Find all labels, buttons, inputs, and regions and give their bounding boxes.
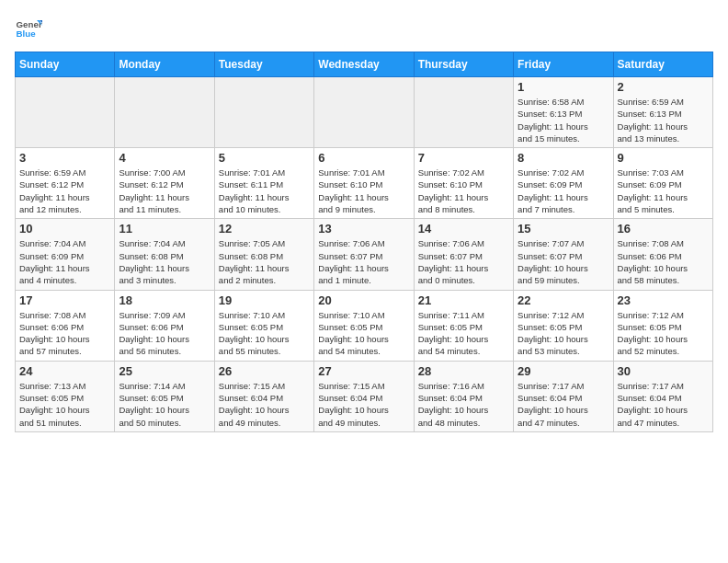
calendar-cell: 4Sunrise: 7:00 AM Sunset: 6:12 PM Daylig… [115, 148, 214, 219]
day-info: Sunrise: 7:16 AM Sunset: 6:04 PM Dayligh… [418, 380, 509, 429]
calendar-cell: 17Sunrise: 7:08 AM Sunset: 6:06 PM Dayli… [16, 290, 115, 361]
calendar-week-row: 3Sunrise: 6:59 AM Sunset: 6:12 PM Daylig… [16, 148, 713, 219]
calendar-table: SundayMondayTuesdayWednesdayThursdayFrid… [15, 52, 713, 432]
day-number: 26 [219, 364, 310, 378]
calendar-cell: 29Sunrise: 7:17 AM Sunset: 6:04 PM Dayli… [514, 361, 613, 431]
day-number: 27 [318, 364, 409, 378]
calendar-cell: 1Sunrise: 6:58 AM Sunset: 6:13 PM Daylig… [514, 77, 613, 148]
day-info: Sunrise: 6:58 AM Sunset: 6:13 PM Dayligh… [518, 96, 609, 144]
day-info: Sunrise: 7:04 AM Sunset: 6:09 PM Dayligh… [19, 237, 110, 286]
day-info: Sunrise: 7:01 AM Sunset: 6:11 PM Dayligh… [219, 167, 310, 215]
day-number: 1 [518, 80, 609, 94]
day-info: Sunrise: 7:15 AM Sunset: 6:04 PM Dayligh… [219, 380, 310, 429]
day-number: 10 [19, 222, 110, 236]
calendar-cell: 5Sunrise: 7:01 AM Sunset: 6:11 PM Daylig… [214, 148, 313, 219]
day-number: 4 [119, 151, 210, 165]
calendar-cell: 15Sunrise: 7:07 AM Sunset: 6:07 PM Dayli… [514, 219, 613, 290]
day-number: 21 [418, 293, 509, 307]
calendar-cell: 2Sunrise: 6:59 AM Sunset: 6:13 PM Daylig… [613, 77, 712, 148]
day-number: 12 [219, 222, 310, 236]
day-number: 5 [219, 151, 310, 165]
header: General Blue [15, 15, 713, 42]
day-info: Sunrise: 6:59 AM Sunset: 6:12 PM Dayligh… [19, 167, 110, 215]
calendar-cell: 26Sunrise: 7:15 AM Sunset: 6:04 PM Dayli… [214, 361, 313, 431]
day-info: Sunrise: 7:12 AM Sunset: 6:05 PM Dayligh… [618, 309, 709, 358]
day-info: Sunrise: 7:02 AM Sunset: 6:10 PM Dayligh… [418, 167, 509, 215]
calendar-cell: 11Sunrise: 7:04 AM Sunset: 6:08 PM Dayli… [115, 219, 214, 290]
day-number: 16 [618, 222, 709, 236]
weekday-header-thursday: Thursday [414, 52, 513, 77]
day-info: Sunrise: 7:12 AM Sunset: 6:05 PM Dayligh… [518, 309, 609, 358]
weekday-header-tuesday: Tuesday [214, 52, 313, 77]
calendar-cell: 6Sunrise: 7:01 AM Sunset: 6:10 PM Daylig… [314, 148, 414, 219]
calendar-cell: 13Sunrise: 7:06 AM Sunset: 6:07 PM Dayli… [314, 219, 414, 290]
calendar-cell: 18Sunrise: 7:09 AM Sunset: 6:06 PM Dayli… [115, 290, 214, 361]
logo-icon: General Blue [15, 15, 42, 42]
calendar-cell: 8Sunrise: 7:02 AM Sunset: 6:09 PM Daylig… [514, 148, 613, 219]
day-number: 18 [119, 293, 210, 307]
day-number: 9 [618, 151, 709, 165]
day-number: 28 [418, 364, 509, 378]
day-info: Sunrise: 7:14 AM Sunset: 6:05 PM Dayligh… [119, 380, 210, 429]
day-info: Sunrise: 7:11 AM Sunset: 6:05 PM Dayligh… [418, 309, 509, 358]
day-info: Sunrise: 7:17 AM Sunset: 6:04 PM Dayligh… [618, 380, 709, 429]
calendar-cell: 30Sunrise: 7:17 AM Sunset: 6:04 PM Dayli… [613, 361, 712, 431]
day-number: 19 [219, 293, 310, 307]
day-info: Sunrise: 7:10 AM Sunset: 6:05 PM Dayligh… [318, 309, 409, 358]
day-number: 13 [318, 222, 409, 236]
weekday-header-monday: Monday [115, 52, 214, 77]
calendar-cell: 19Sunrise: 7:10 AM Sunset: 6:05 PM Dayli… [214, 290, 313, 361]
calendar-cell: 3Sunrise: 6:59 AM Sunset: 6:12 PM Daylig… [16, 148, 115, 219]
day-info: Sunrise: 7:17 AM Sunset: 6:04 PM Dayligh… [518, 380, 609, 429]
day-info: Sunrise: 7:15 AM Sunset: 6:04 PM Dayligh… [318, 380, 409, 429]
calendar-week-row: 17Sunrise: 7:08 AM Sunset: 6:06 PM Dayli… [16, 290, 713, 361]
calendar-week-row: 10Sunrise: 7:04 AM Sunset: 6:09 PM Dayli… [16, 219, 713, 290]
day-number: 15 [518, 222, 609, 236]
day-number: 3 [19, 151, 110, 165]
calendar-cell [16, 77, 115, 148]
calendar-cell: 12Sunrise: 7:05 AM Sunset: 6:08 PM Dayli… [214, 219, 313, 290]
calendar-cell: 20Sunrise: 7:10 AM Sunset: 6:05 PM Dayli… [314, 290, 414, 361]
weekday-header-saturday: Saturday [613, 52, 712, 77]
day-number: 24 [19, 364, 110, 378]
day-number: 23 [618, 293, 709, 307]
day-info: Sunrise: 7:13 AM Sunset: 6:05 PM Dayligh… [19, 380, 110, 429]
day-number: 22 [518, 293, 609, 307]
day-info: Sunrise: 7:01 AM Sunset: 6:10 PM Dayligh… [318, 167, 409, 215]
day-info: Sunrise: 7:06 AM Sunset: 6:07 PM Dayligh… [318, 237, 409, 286]
weekday-header-row: SundayMondayTuesdayWednesdayThursdayFrid… [16, 52, 713, 77]
calendar-cell [214, 77, 313, 148]
weekday-header-wednesday: Wednesday [314, 52, 414, 77]
day-info: Sunrise: 6:59 AM Sunset: 6:13 PM Dayligh… [618, 96, 709, 144]
calendar-cell: 22Sunrise: 7:12 AM Sunset: 6:05 PM Dayli… [514, 290, 613, 361]
day-number: 29 [518, 364, 609, 378]
day-number: 2 [618, 80, 709, 94]
weekday-header-friday: Friday [514, 52, 613, 77]
day-info: Sunrise: 7:08 AM Sunset: 6:06 PM Dayligh… [618, 237, 709, 286]
calendar-cell: 10Sunrise: 7:04 AM Sunset: 6:09 PM Dayli… [16, 219, 115, 290]
weekday-header-sunday: Sunday [16, 52, 115, 77]
calendar-cell: 23Sunrise: 7:12 AM Sunset: 6:05 PM Dayli… [613, 290, 712, 361]
day-info: Sunrise: 7:03 AM Sunset: 6:09 PM Dayligh… [618, 167, 709, 215]
day-number: 25 [119, 364, 210, 378]
day-number: 17 [19, 293, 110, 307]
day-info: Sunrise: 7:04 AM Sunset: 6:08 PM Dayligh… [119, 237, 210, 286]
calendar-cell: 9Sunrise: 7:03 AM Sunset: 6:09 PM Daylig… [613, 148, 712, 219]
day-number: 14 [418, 222, 509, 236]
calendar-cell: 16Sunrise: 7:08 AM Sunset: 6:06 PM Dayli… [613, 219, 712, 290]
day-number: 6 [318, 151, 409, 165]
day-info: Sunrise: 7:05 AM Sunset: 6:08 PM Dayligh… [219, 237, 310, 286]
day-info: Sunrise: 7:08 AM Sunset: 6:06 PM Dayligh… [19, 309, 110, 358]
calendar-cell: 25Sunrise: 7:14 AM Sunset: 6:05 PM Dayli… [115, 361, 214, 431]
calendar-cell: 7Sunrise: 7:02 AM Sunset: 6:10 PM Daylig… [414, 148, 513, 219]
calendar-cell [115, 77, 214, 148]
svg-text:Blue: Blue [17, 29, 37, 39]
logo: General Blue [15, 15, 44, 42]
day-number: 11 [119, 222, 210, 236]
calendar-week-row: 1Sunrise: 6:58 AM Sunset: 6:13 PM Daylig… [16, 77, 713, 148]
calendar-cell: 28Sunrise: 7:16 AM Sunset: 6:04 PM Dayli… [414, 361, 513, 431]
day-info: Sunrise: 7:10 AM Sunset: 6:05 PM Dayligh… [219, 309, 310, 358]
day-number: 7 [418, 151, 509, 165]
day-info: Sunrise: 7:07 AM Sunset: 6:07 PM Dayligh… [518, 237, 609, 286]
day-info: Sunrise: 7:02 AM Sunset: 6:09 PM Dayligh… [518, 167, 609, 215]
